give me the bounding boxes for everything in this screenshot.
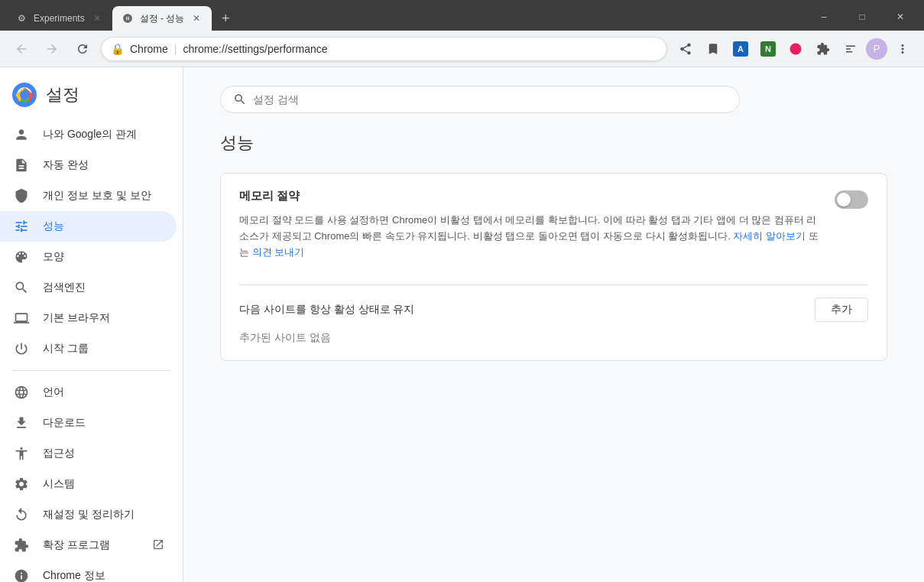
title-bar: ⚙ Experiments ✕ 설정 - 성능 ✕ + – □ ✕ xyxy=(0,0,924,31)
site-name: Chrome xyxy=(130,43,168,55)
svg-point-3 xyxy=(20,90,29,99)
accessibility-icon xyxy=(12,446,31,461)
back-button[interactable] xyxy=(9,37,34,61)
share-button[interactable] xyxy=(673,37,698,61)
extensions-puzzle-button[interactable] xyxy=(811,37,835,61)
sidebar-item-startup[interactable]: 시작 그룹 xyxy=(0,333,177,364)
send-feedback-link[interactable]: 의견 보내기 xyxy=(252,246,305,258)
reload-button[interactable] xyxy=(70,37,95,61)
chrome-logo xyxy=(12,83,37,107)
forward-button[interactable] xyxy=(40,37,64,61)
sidebar-item-google-account[interactable]: 나와 Google의 관계 xyxy=(0,119,177,150)
maximize-button[interactable]: □ xyxy=(845,6,880,28)
extension2-button[interactable]: N xyxy=(756,37,780,61)
sidebar-item-privacy[interactable]: 개인 정보 보호 및 보안 xyxy=(0,180,177,211)
new-tab-button[interactable]: + xyxy=(215,8,236,29)
memory-saver-card: 메모리 절약 메모리 절약 모드를 사용 설정하면 Chrome이 비활성 탭에… xyxy=(220,173,887,361)
sidebar-item-appearance[interactable]: 모양 xyxy=(0,242,177,272)
no-sites-message: 추가된 사이트 없음 xyxy=(239,331,868,345)
address-bar[interactable]: 🔒 Chrome | chrome://settings/performance xyxy=(101,37,667,61)
sidebar-item-downloads[interactable]: 다운로드 xyxy=(0,408,177,438)
download-icon xyxy=(12,415,31,431)
settings-sidebar: 설정 나와 Google의 관계 자동 완성 개인 정보 보호 및 보안 xyxy=(0,67,183,582)
url-display: chrome://settings/performance xyxy=(183,43,327,55)
shield-icon xyxy=(12,188,31,203)
experiments-tab-close[interactable]: ✕ xyxy=(91,12,103,24)
sidebar-item-performance[interactable]: 성능 xyxy=(0,211,177,242)
description-icon xyxy=(12,158,31,173)
search-bar[interactable] xyxy=(220,86,740,113)
minimize-button[interactable]: – xyxy=(806,6,841,28)
profile-button[interactable]: P xyxy=(866,38,887,60)
search-input[interactable] xyxy=(253,93,727,106)
always-active-sites-label: 다음 사이트를 항상 활성 상태로 유지 xyxy=(239,303,414,317)
memory-saver-title: 메모리 절약 xyxy=(239,189,822,203)
more-menu-button[interactable] xyxy=(890,37,915,61)
tab-experiments[interactable]: ⚙ Experiments ✕ xyxy=(6,6,112,31)
search-icon xyxy=(12,280,31,295)
site-security-icon: 🔒 xyxy=(111,43,124,55)
info-icon xyxy=(12,568,31,582)
memory-saver-text: 메모리 절약 메모리 절약 모드를 사용 설정하면 Chrome이 비활성 탭에… xyxy=(239,189,822,272)
toolbar-actions: A N P xyxy=(673,37,915,61)
settings-container: 설정 나와 Google의 관계 자동 완성 개인 정보 보호 및 보안 xyxy=(0,67,924,582)
memory-saver-toggle[interactable] xyxy=(835,190,868,209)
url-separator: | xyxy=(174,43,177,55)
tab-settings[interactable]: 설정 - 성능 ✕ xyxy=(112,6,212,31)
laptop-icon xyxy=(12,311,31,326)
experiments-tab-label: Experiments xyxy=(34,13,85,24)
window-controls: – □ ✕ xyxy=(806,6,918,31)
add-site-button[interactable]: 추가 xyxy=(815,298,868,322)
settings-tab-close[interactable]: ✕ xyxy=(190,12,203,24)
sidebar-item-search[interactable]: 검색엔진 xyxy=(0,272,177,303)
settings-tab-icon xyxy=(122,12,134,24)
person-icon xyxy=(12,127,31,142)
experiments-tab-icon: ⚙ xyxy=(15,12,28,24)
bookmark-button[interactable] xyxy=(701,37,725,61)
toggle-thumb xyxy=(837,193,851,206)
sidebar-item-reset[interactable]: 재설정 및 정리하기 xyxy=(0,499,177,530)
sidebar-item-browser[interactable]: 기본 브라우저 xyxy=(0,303,177,333)
sidebar-item-chrome-info[interactable]: Chrome 정보 xyxy=(0,561,177,582)
memory-saver-toggle-row: 메모리 절약 메모리 절약 모드를 사용 설정하면 Chrome이 비활성 탭에… xyxy=(239,189,868,272)
memory-saver-description: 메모리 절약 모드를 사용 설정하면 Chrome이 비활성 탭에서 메모리를 … xyxy=(239,213,822,260)
main-content: 성능 메모리 절약 메모리 절약 모드를 사용 설정하면 Chrome이 비활성… xyxy=(183,67,924,582)
extension1-button[interactable]: A xyxy=(728,37,753,61)
settings-tab-label: 설정 - 성능 xyxy=(140,12,185,25)
tab-search-button[interactable] xyxy=(838,37,863,61)
settings-icon xyxy=(12,476,31,492)
sidebar-header: 설정 xyxy=(0,73,183,119)
power-icon xyxy=(12,341,31,356)
page-title: 성능 xyxy=(220,132,887,154)
sidebar-divider xyxy=(12,370,170,371)
sidebar-item-autofill[interactable]: 자동 완성 xyxy=(0,150,177,180)
always-active-sites-row: 다음 사이트를 항상 활성 상태로 유지 추가 xyxy=(239,284,868,322)
svg-point-0 xyxy=(790,43,802,54)
learn-more-link[interactable]: 자세히 알아보기 xyxy=(733,230,806,242)
palette-icon xyxy=(12,249,31,265)
search-bar-icon xyxy=(233,93,247,106)
close-button[interactable]: ✕ xyxy=(883,6,918,28)
refresh-icon xyxy=(12,507,31,522)
globe-icon xyxy=(12,385,31,400)
sidebar-item-accessibility[interactable]: 접근성 xyxy=(0,438,177,469)
sidebar-item-extensions[interactable]: 확장 프로그램 xyxy=(0,530,177,561)
tune-icon xyxy=(12,219,31,234)
extension-icon xyxy=(12,538,31,553)
sidebar-item-system[interactable]: 시스템 xyxy=(0,469,177,499)
sidebar-item-language[interactable]: 언어 xyxy=(0,377,177,408)
extensions-external-link-icon[interactable] xyxy=(152,538,164,553)
extension3-button[interactable] xyxy=(783,37,808,61)
browser-toolbar: 🔒 Chrome | chrome://settings/performance… xyxy=(0,31,924,67)
sidebar-settings-title: 설정 xyxy=(46,83,79,106)
